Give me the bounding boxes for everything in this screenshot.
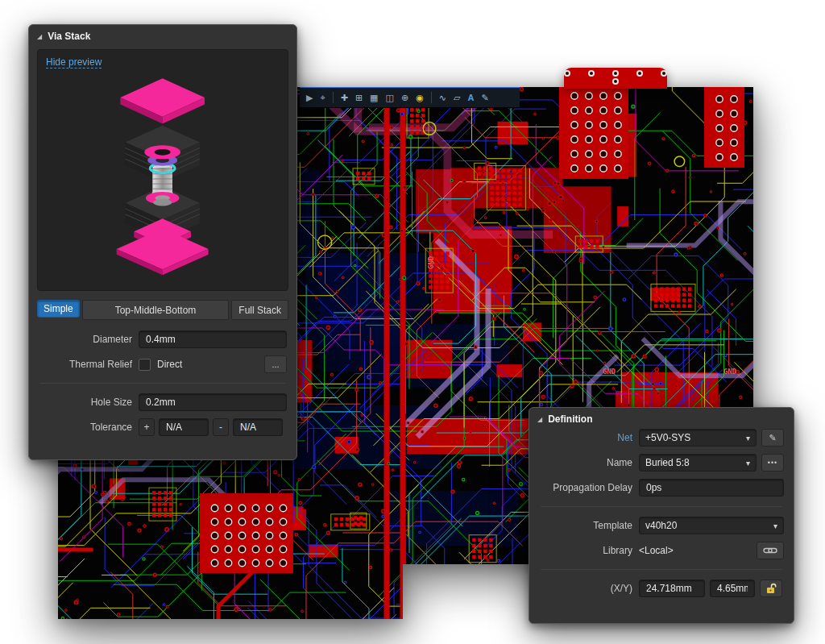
chevron-down-icon: ▾ [773, 521, 777, 530]
hole-size-row: Hole Size [39, 393, 287, 411]
y-coordinate-input[interactable] [710, 580, 755, 597]
tab-simple[interactable]: Simple [37, 300, 80, 318]
lock-button[interactable] [760, 580, 782, 597]
chevron-down-icon: ▾ [746, 434, 750, 442]
definition-panel: ◢ Definition Net +5V0-SYS ▾ ✎ Name Burie… [529, 407, 794, 624]
pad-hole [588, 70, 595, 77]
template-dropdown[interactable]: v40h20 ▾ [639, 517, 784, 534]
definition-header: ◢ Definition [529, 408, 794, 429]
definition-form: Net +5V0-SYS ▾ ✎ Name Buried 5:8 ▾ ••• [529, 429, 794, 597]
signal-tool-icon[interactable]: ∿ [439, 93, 446, 102]
net-label: Net [539, 432, 632, 443]
library-label: Library [539, 545, 632, 556]
name-dropdown[interactable]: Buried 5:8 ▾ [639, 454, 757, 472]
pad-hole [612, 78, 619, 85]
add-tool-icon[interactable]: ✚ [341, 93, 348, 102]
propagation-delay-label: Propagation Delay [539, 482, 632, 493]
xy-row: (X/Y) [539, 580, 784, 597]
via-stack-header: ◢ Via Stack [29, 25, 296, 46]
thermal-relief-row: Thermal Relief Direct ... [39, 355, 287, 373]
origin-tool-icon[interactable]: ⌖ [320, 93, 325, 102]
thermal-relief-label: Thermal Relief [39, 359, 132, 370]
via-3d-preview [94, 71, 230, 276]
via-top-plate [121, 78, 205, 123]
unlock-icon [766, 583, 777, 595]
text-tool-icon[interactable]: A [467, 93, 474, 102]
via-preview: Hide preview [37, 49, 288, 291]
thermal-relief-option-label: Direct [157, 359, 182, 370]
draw-tool-icon[interactable]: ✎ [481, 93, 488, 102]
collapse-arrow-icon[interactable]: ◢ [37, 33, 42, 40]
highlight-tool-icon[interactable]: ◉ [416, 93, 424, 102]
grid-tool-icon[interactable]: ⊞ [355, 93, 363, 102]
library-row: Library <Local> [539, 542, 784, 559]
via-stack-form: Diameter Thermal Relief Direct ... Hole … [29, 330, 296, 436]
tolerance-minus-input[interactable] [233, 418, 283, 436]
diameter-label: Diameter [39, 334, 132, 345]
tolerance-minus-sign: - [213, 418, 229, 436]
name-row: Name Buried 5:8 ▾ ••• [539, 454, 784, 472]
tolerance-plus-sign: + [139, 418, 155, 436]
template-row: Template v40h20 ▾ [539, 517, 784, 534]
link-icon [763, 546, 777, 555]
diameter-row: Diameter [39, 330, 287, 348]
pcb-component-overhang [564, 68, 667, 89]
tolerance-row: Tolerance + - [39, 418, 287, 436]
propagation-delay-row: Propagation Delay [539, 479, 784, 497]
x-coordinate-input[interactable] [639, 580, 705, 597]
layers-tool-icon[interactable]: ▦ [370, 93, 378, 102]
desktop: ▶ ⌖ ✚ ⊞ ▦ ◫ ⊕ ◉ ∿ ▱ A ✎ ◢ Via Stack Hide… [0, 0, 825, 644]
panel-title: Definition [548, 413, 592, 425]
polygon-tool-icon[interactable]: ▱ [454, 93, 460, 102]
mask-tool-icon[interactable]: ◫ [386, 93, 394, 102]
xy-label: (X/Y) [539, 583, 632, 594]
name-more-button[interactable]: ••• [761, 454, 784, 472]
library-value: <Local> [639, 545, 674, 556]
pad-hole [661, 70, 667, 77]
tolerance-label: Tolerance [39, 422, 132, 433]
pad-hole [636, 70, 643, 77]
pad-hole [564, 70, 570, 77]
propagation-delay-input[interactable] [639, 479, 784, 497]
hole-size-label: Hole Size [39, 397, 132, 408]
collapse-arrow-icon[interactable]: ◢ [537, 416, 542, 423]
net-row: Net +5V0-SYS ▾ ✎ [539, 429, 784, 447]
chevron-down-icon: ▾ [746, 459, 750, 467]
hole-size-input[interactable] [139, 393, 287, 411]
cursor-tool-icon[interactable]: ▶ [306, 93, 313, 102]
tolerance-plus-input[interactable] [159, 418, 209, 436]
net-value: +5V0-SYS [645, 432, 690, 443]
thermal-relief-more-button[interactable]: ... [264, 355, 287, 373]
template-value: v40h20 [645, 520, 677, 531]
template-label: Template [539, 520, 632, 531]
pcb-toolbar: ▶ ⌖ ✚ ⊞ ▦ ◫ ⊕ ◉ ∿ ▱ A ✎ [300, 87, 520, 108]
name-value: Buried 5:8 [645, 457, 690, 468]
panel-title: Via Stack [48, 31, 90, 42]
diameter-input[interactable] [139, 330, 287, 348]
pad-hole [612, 70, 619, 77]
library-link-button[interactable] [757, 542, 784, 559]
net-dropdown[interactable]: +5V0-SYS ▾ [639, 429, 757, 447]
tab-full-stack[interactable]: Full Stack [231, 300, 288, 320]
pencil-icon: ✎ [769, 433, 776, 443]
toolbar-separator [431, 92, 432, 103]
hide-preview-link[interactable]: Hide preview [46, 56, 102, 69]
via-mode-tabs: Simple Top-Middle-Bottom Full Stack [37, 300, 288, 320]
thermal-relief-checkbox[interactable] [139, 359, 151, 371]
separator [541, 506, 782, 507]
via-bottom-plate-large [117, 229, 209, 276]
edit-net-button[interactable]: ✎ [761, 429, 784, 447]
separator [541, 569, 782, 570]
tab-top-middle-bottom[interactable]: Top-Middle-Bottom [82, 300, 230, 320]
snap-tool-icon[interactable]: ⊕ [401, 93, 408, 102]
toolbar-separator [333, 92, 334, 103]
separator [40, 383, 285, 384]
name-label: Name [539, 457, 632, 468]
via-stack-panel: ◢ Via Stack Hide preview [28, 24, 297, 460]
